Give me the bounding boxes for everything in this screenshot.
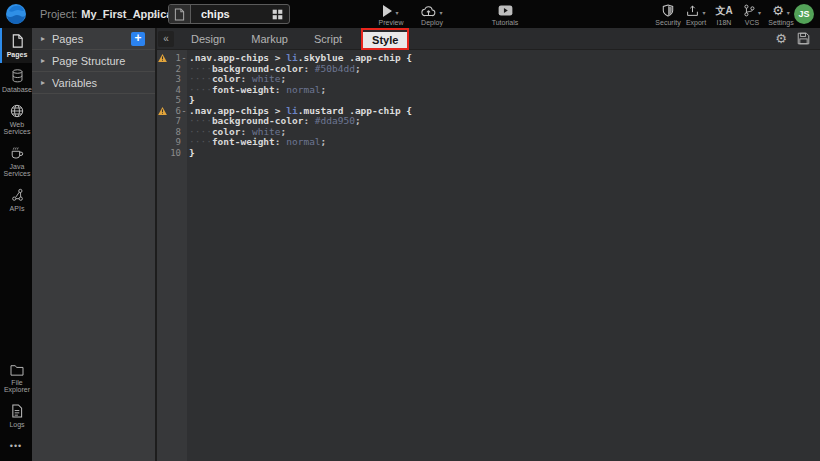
line-number: 3	[168, 74, 181, 85]
tab-script[interactable]: Script	[305, 30, 351, 48]
code-token-sel: .skyblue .app-chip	[298, 52, 407, 63]
code-token-punct: :	[275, 136, 286, 147]
editor-area: « Design Markup Script Style ⚙ 1-23456-7…	[157, 28, 820, 461]
tab-style[interactable]: Style	[363, 32, 407, 48]
code-editor[interactable]: 1-23456-78910 .nav.app-chips > li.skyblu…	[157, 50, 820, 461]
deploy-label: Deploy	[421, 19, 443, 26]
code-token-sel: .nav.app-chips >	[189, 105, 286, 116]
gutter-row: 7	[157, 116, 187, 127]
sidebar-item-pages[interactable]: Pages	[0, 28, 32, 63]
user-avatar[interactable]: JS	[794, 4, 814, 24]
line-number: 8	[168, 127, 181, 138]
code-token-punct: :	[275, 84, 286, 95]
sidebar-item-label: File Explorer	[2, 379, 32, 393]
wavemaker-logo-icon[interactable]	[5, 3, 27, 25]
code-token-brace: }	[189, 94, 195, 105]
gutter-row: 8	[157, 127, 187, 138]
code-token-ws: ····	[189, 115, 212, 126]
code-token-prop: background-color	[212, 115, 304, 126]
activity-bar-spacer	[0, 217, 32, 358]
code-token-ws: ····	[189, 63, 212, 74]
line-number: 10	[168, 148, 181, 159]
line-number: 6	[168, 106, 181, 117]
code-token-val: #dda950	[315, 115, 355, 126]
sidebar-item-web-services[interactable]: Web Services	[0, 98, 32, 140]
panel-section-label: Page Structure	[52, 55, 125, 67]
code-token-punct: ;	[281, 126, 287, 137]
chevron-down-icon[interactable]: ▾	[395, 9, 398, 16]
open-page-tab[interactable]: chips	[168, 4, 290, 24]
code-line[interactable]: }	[189, 148, 820, 159]
tab-design[interactable]: Design	[182, 30, 234, 48]
api-connector-icon	[11, 188, 24, 202]
sidebar-item-java-services[interactable]: Java Services	[0, 140, 32, 182]
code-token-ws: ····	[189, 73, 212, 84]
sidebar-item-label: Web Services	[2, 121, 32, 135]
code-token-ws: ····	[189, 84, 212, 95]
chevron-down-icon[interactable]: ▾	[439, 9, 442, 16]
sidebar-item-label: Java Services	[2, 163, 32, 177]
gutter-row: 6-	[157, 106, 187, 117]
editor-tab-bar: « Design Markup Script Style ⚙	[157, 28, 820, 50]
code-token-brace: }	[189, 147, 195, 158]
sidebar-item-apis[interactable]: APIs	[0, 182, 32, 217]
tutorials-label: Tutorials	[492, 19, 519, 26]
coffee-icon	[10, 146, 24, 160]
panel-section-page-structure[interactable]: ▸ Page Structure	[32, 50, 155, 72]
sidebar-item-logs[interactable]: Logs	[0, 398, 32, 433]
code-token-punct: ;	[321, 84, 327, 95]
code-token-punct: ;	[355, 63, 361, 74]
branch-icon	[743, 4, 755, 17]
panel-section-label: Pages	[52, 33, 83, 45]
save-icon[interactable]	[797, 32, 810, 45]
sidebar-item-databases[interactable]: Databases	[0, 63, 32, 98]
youtube-icon	[498, 5, 513, 16]
warning-icon[interactable]	[157, 107, 168, 115]
collapsed-arrow-icon: ▸	[41, 56, 45, 65]
code-token-punct: :	[303, 115, 314, 126]
code-token-val: white	[252, 126, 281, 137]
code-line[interactable]: ····font-weight: normal;	[189, 85, 820, 96]
line-number: 2	[168, 64, 181, 75]
activity-bar: Pages Databases Web Services Java Servic…	[0, 28, 32, 461]
folder-icon	[10, 364, 24, 376]
page-tab-title: chips	[191, 8, 267, 20]
code-lines[interactable]: .nav.app-chips > li.skyblue .app-chip {·…	[187, 50, 820, 461]
project-label: Project:	[40, 8, 77, 20]
warning-icon[interactable]	[157, 54, 168, 62]
tab-markup[interactable]: Markup	[242, 30, 297, 48]
deploy-button[interactable]: ▾ Deploy	[406, 4, 458, 26]
code-token-punct: :	[241, 126, 252, 137]
gutter-row: 10	[157, 148, 187, 159]
code-token-val: normal	[286, 136, 320, 147]
sidebar-item-file-explorer[interactable]: File Explorer	[0, 358, 32, 398]
preview-label: Preview	[379, 19, 404, 26]
editor-settings-gear-icon[interactable]: ⚙	[775, 31, 787, 46]
chevron-down-icon[interactable]: ▾	[787, 9, 790, 16]
code-line[interactable]: ····font-weight: normal;	[189, 137, 820, 148]
tutorials-button[interactable]: Tutorials	[479, 4, 531, 26]
code-token-sel: .mustard .app-chip	[298, 105, 407, 116]
code-token-brace: {	[406, 52, 412, 63]
panel-section-variables[interactable]: ▸ Variables	[32, 72, 155, 94]
code-token-prop: color	[212, 126, 241, 137]
line-number: 1	[168, 53, 181, 64]
grid-icon[interactable]	[267, 9, 287, 20]
code-token-punct: :	[241, 73, 252, 84]
pages-icon	[11, 34, 24, 48]
play-icon	[383, 5, 392, 17]
code-token-val: normal	[286, 84, 320, 95]
style-tab-highlight-box: Style	[361, 28, 409, 50]
panel-section-pages[interactable]: ▸ Pages +	[32, 28, 155, 50]
add-page-button[interactable]: +	[131, 32, 145, 46]
line-number: 4	[168, 85, 181, 96]
collapse-panel-button[interactable]: «	[158, 31, 174, 47]
more-options-button[interactable]: •••	[0, 433, 32, 461]
code-token-tag: li	[286, 105, 297, 116]
code-token-ws: ····	[189, 126, 212, 137]
code-token-brace: {	[406, 105, 412, 116]
gutter-row: 3	[157, 74, 187, 85]
sidebar-item-label: Logs	[2, 421, 32, 428]
gutter-row: 9	[157, 137, 187, 148]
code-token-punct: ;	[281, 73, 287, 84]
